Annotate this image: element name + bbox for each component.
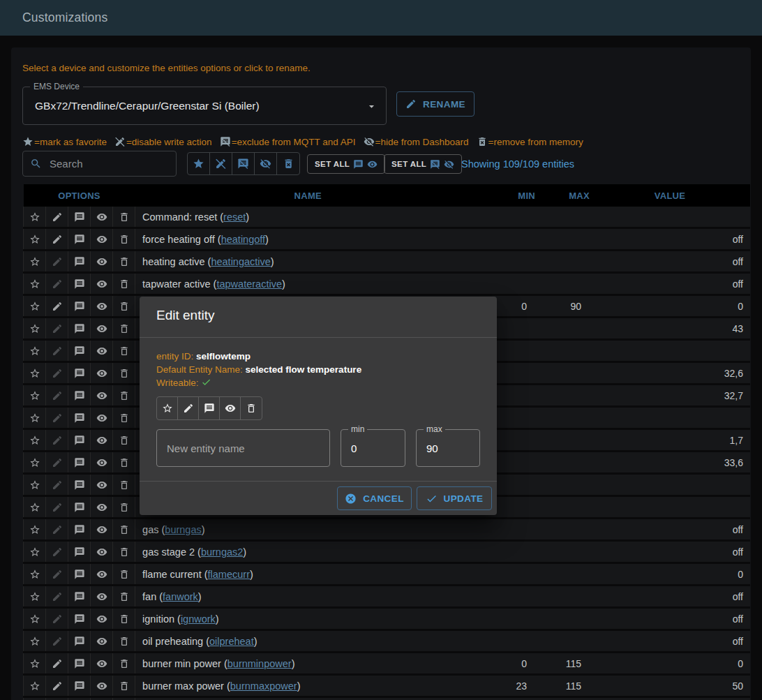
write-toggle[interactable]: [46, 228, 68, 251]
favorite-toggle[interactable]: [24, 653, 46, 675]
entity-id-link[interactable]: burngas: [165, 524, 201, 535]
favorite-toggle[interactable]: [24, 228, 46, 251]
write-toggle[interactable]: [46, 653, 68, 675]
filter-mqtt-button[interactable]: [232, 153, 255, 174]
delete-toggle[interactable]: [113, 697, 135, 700]
delete-toggle[interactable]: [113, 519, 135, 541]
entity-id-link[interactable]: ignwork: [181, 613, 216, 625]
update-button[interactable]: UPDATE: [417, 486, 492, 510]
favorite-toggle[interactable]: [24, 429, 46, 452]
visibility-toggle[interactable]: [91, 519, 113, 541]
mqtt-toggle[interactable]: [68, 474, 91, 496]
visibility-toggle[interactable]: [91, 385, 113, 407]
write-toggle[interactable]: [46, 251, 68, 273]
visibility-toggle[interactable]: [91, 653, 113, 675]
write-toggle[interactable]: [46, 362, 68, 385]
search-input[interactable]: [48, 157, 169, 170]
favorite-toggle[interactable]: [24, 697, 46, 700]
write-toggle[interactable]: [46, 563, 68, 586]
favorite-toggle[interactable]: [24, 474, 46, 496]
delete-toggle[interactable]: [113, 407, 135, 429]
visibility-toggle[interactable]: [91, 407, 113, 429]
visibility-toggle[interactable]: [91, 474, 113, 496]
mqtt-toggle[interactable]: [68, 362, 91, 385]
write-toggle[interactable]: [46, 429, 68, 452]
delete-toggle[interactable]: [113, 340, 135, 362]
write-toggle[interactable]: [46, 295, 68, 318]
visibility-toggle[interactable]: [91, 228, 113, 251]
write-toggle[interactable]: [46, 630, 68, 653]
visibility-toggle[interactable]: [91, 541, 113, 563]
favorite-toggle-button[interactable]: [157, 397, 178, 419]
delete-toggle[interactable]: [113, 273, 135, 295]
write-toggle[interactable]: [46, 273, 68, 295]
mqtt-toggle[interactable]: [68, 340, 91, 362]
visibility-toggle[interactable]: [91, 429, 113, 452]
entity-id-link[interactable]: oilpreheat: [209, 636, 254, 647]
delete-toggle[interactable]: [113, 295, 135, 318]
set-all-hide-button[interactable]: SET ALL: [384, 154, 462, 174]
write-toggle[interactable]: [46, 496, 68, 519]
visibility-toggle[interactable]: [91, 251, 113, 273]
visibility-toggle[interactable]: [91, 630, 113, 653]
visibility-toggle[interactable]: [91, 273, 113, 295]
delete-toggle[interactable]: [113, 630, 135, 653]
mqtt-toggle[interactable]: [68, 251, 91, 273]
delete-toggle[interactable]: [113, 318, 135, 340]
entity-id-link[interactable]: heatingoff: [221, 234, 265, 245]
entity-id-link[interactable]: burnmaxpower: [230, 680, 297, 692]
visibility-toggle[interactable]: [91, 563, 113, 586]
favorite-toggle[interactable]: [24, 318, 46, 340]
write-toggle[interactable]: [46, 340, 68, 362]
visibility-toggle[interactable]: [91, 318, 113, 340]
write-toggle[interactable]: [46, 318, 68, 340]
filter-visibility-button[interactable]: [255, 153, 277, 174]
write-toggle[interactable]: [46, 452, 68, 474]
set-all-show-button[interactable]: SET ALL: [307, 154, 385, 174]
write-toggle[interactable]: [46, 519, 68, 541]
delete-toggle-button[interactable]: [241, 397, 262, 419]
delete-toggle[interactable]: [113, 429, 135, 452]
delete-toggle[interactable]: [113, 474, 135, 496]
favorite-toggle[interactable]: [24, 207, 46, 228]
mqtt-toggle[interactable]: [68, 429, 91, 452]
visibility-toggle[interactable]: [91, 697, 113, 700]
entity-id-link[interactable]: reset: [223, 211, 246, 223]
favorite-toggle[interactable]: [24, 496, 46, 519]
favorite-toggle[interactable]: [24, 541, 46, 563]
delete-toggle[interactable]: [113, 586, 135, 608]
mqtt-toggle[interactable]: [68, 519, 91, 541]
entity-id-link[interactable]: flamecurr: [208, 569, 250, 580]
favorite-toggle[interactable]: [24, 675, 46, 697]
visibility-toggle[interactable]: [91, 340, 113, 362]
visibility-toggle[interactable]: [91, 608, 113, 630]
mqtt-toggle-button[interactable]: [199, 397, 220, 419]
delete-toggle[interactable]: [113, 207, 135, 228]
favorite-toggle[interactable]: [24, 407, 46, 429]
delete-toggle[interactable]: [113, 675, 135, 697]
favorite-toggle[interactable]: [24, 362, 46, 385]
favorite-toggle[interactable]: [24, 251, 46, 273]
write-toggle-button[interactable]: [178, 397, 199, 419]
visibility-toggle[interactable]: [91, 295, 113, 318]
delete-toggle[interactable]: [113, 228, 135, 251]
visibility-toggle-button[interactable]: [220, 397, 241, 419]
entity-id-link[interactable]: burnminpower: [227, 658, 292, 669]
delete-toggle[interactable]: [113, 541, 135, 563]
filter-delete-button[interactable]: [277, 153, 299, 174]
delete-toggle[interactable]: [113, 563, 135, 586]
delete-toggle[interactable]: [113, 653, 135, 675]
entity-id-link[interactable]: fanwork: [163, 591, 198, 602]
mqtt-toggle[interactable]: [68, 407, 91, 429]
visibility-toggle[interactable]: [91, 207, 113, 228]
visibility-toggle[interactable]: [91, 586, 113, 608]
favorite-toggle[interactable]: [24, 340, 46, 362]
write-toggle[interactable]: [46, 385, 68, 407]
ems-device-select[interactable]: EMS Device GBx72/Trendline/Cerapur/Green…: [22, 87, 387, 125]
mqtt-toggle[interactable]: [68, 630, 91, 653]
filter-favorite-button[interactable]: [188, 153, 210, 174]
mqtt-toggle[interactable]: [68, 653, 91, 675]
write-toggle[interactable]: [46, 608, 68, 630]
min-input[interactable]: [351, 430, 398, 466]
mqtt-toggle[interactable]: [68, 563, 91, 586]
